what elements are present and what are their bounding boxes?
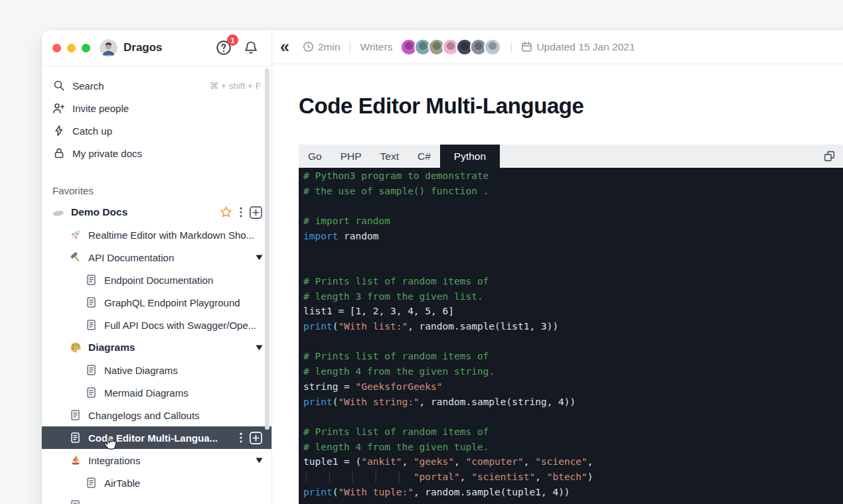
code-line: list1 = [1, 2, 3, 4, 5, 6] [303,304,843,319]
sidebar-doc-api-documentation[interactable]: API Documentation [42,246,271,269]
tab-go[interactable]: Go [299,145,331,168]
tree-item-label: Integrations [88,455,140,466]
minimize-window-button[interactable] [67,44,76,52]
code-segment-str: "computer" [465,456,523,467]
code-segment-com: # Prints list of random items of [303,276,489,286]
window-controls [52,44,90,52]
code-line: │ │ │ │ │ "portal", "scientist", "btech"… [303,470,843,485]
code-segment-plain: ) [587,472,593,482]
sidebar-item-invite-people[interactable]: Invite people [42,97,271,119]
kebab-menu-icon[interactable] [239,432,243,444]
writers-avatars [400,38,501,56]
nav-item-label: Invite people [72,103,129,114]
row-actions [219,206,263,220]
tab-php[interactable]: PHP [331,145,371,168]
search-icon [52,80,65,92]
code-segment-str: "With list:" [338,321,408,332]
lightning-icon [52,125,65,137]
collapse-arrow-icon[interactable] [256,255,263,261]
code-line: # Prints list of random items of [303,274,843,289]
code-line: import random [303,229,843,244]
sidebar-doc-full-api-docs-with-swagger-ope[interactable]: Full API Docs with Swagger/Ope... [42,314,271,336]
code-line: tuple1 = ("ankit", "geeks", "computer", … [303,454,843,470]
code-line: # Prints list of random items of [303,349,843,364]
tree-item-label: Endpoint Documentation [104,275,213,286]
writers-label: Writers [360,41,393,53]
sidebar: Dragos 1 Search⌘ + shift + FInvite peopl… [42,30,272,504]
tab-c[interactable]: C# [408,145,440,168]
collapse-arrow-icon[interactable] [256,345,263,351]
add-page-icon[interactable] [249,206,263,220]
kebab-menu-icon[interactable] [239,206,243,218]
collapse-sidebar-button[interactable]: « [277,38,292,55]
document-icon [85,319,98,332]
sidebar-doc-partial[interactable] [42,494,271,504]
code-segment-plain: random [338,231,378,241]
code-line: # length 4 from the given string. [303,364,843,379]
code-segment-com: # Prints list of random items of [303,351,489,361]
code-editor: # Python3 program to demonstrate# the us… [299,168,843,504]
tree-item-label: Realtime Editor with Markdown Sho... [88,229,254,241]
sidebar-doc-mermaid-diagrams[interactable]: Mermaid Diagrams [42,381,271,404]
nav-item-label: Search [72,80,104,92]
code-segment-plain: string = [303,381,356,392]
collapse-arrow-icon[interactable] [256,458,263,464]
sidebar-doc-code-editor-multi-langua[interactable]: Code Editor Multi-Langua... [42,426,271,449]
read-time: 2min [318,41,341,53]
sidebar-doc-graphql-endpoint-playground[interactable]: GraphQL Endpoint Playground [42,291,271,314]
tree-item-label: Full API Docs with Swagger/Ope... [104,320,256,331]
document-icon [69,409,82,422]
page-title: Code Editor Multi-Language [299,94,843,119]
rocket-icon [69,229,82,241]
help-button[interactable]: 1 [216,40,232,56]
sidebar-doc-endpoint-documentation[interactable]: Endpoint Documentation [42,269,271,291]
code-segment-kw: import [303,231,338,241]
code-segment-kw: print [303,487,333,497]
code-segment-plain: , [524,456,535,467]
tree-item-label: GraphQL Endpoint Playground [104,297,240,308]
code-segment-plain: , random.sample(string, 4)) [420,397,576,407]
code-line: # the use of sample() function . [303,184,843,199]
code-segment-str: "portal" [414,472,460,482]
sidebar-doc-demo-docs[interactable]: Demo Docs [42,201,271,223]
nav-item-label: Catch up [72,125,112,137]
code-line: # import random [303,214,843,229]
code-segment-com: # Python3 program to demonstrate [303,170,489,181]
sidebar-nav: Search⌘ + shift + FInvite peopleCatch up… [42,74,271,164]
ufo-icon [52,206,64,219]
code-segment-plain: , [402,456,413,467]
code-segment-str: "science" [535,456,587,467]
add-page-icon[interactable] [249,431,263,445]
code-line: # length 4 from the given tuple. [303,440,843,455]
tab-python[interactable]: Python [440,145,500,168]
bell-icon[interactable] [244,40,258,55]
sidebar-scrollbar[interactable] [265,68,269,430]
sidebar-doc-changelogs-and-callouts[interactable]: Changelogs and Callouts [42,404,271,426]
sidebar-doc-native-diagrams[interactable]: Native Diagrams [42,359,271,381]
tree-item-label: API Documentation [88,252,174,263]
code-segment-str: "With string:" [338,397,419,407]
copy-code-button[interactable] [823,150,836,162]
user-avatar[interactable] [100,39,117,57]
sidebar-item-my-private-docs[interactable]: My private docs [42,142,271,164]
zoom-window-button[interactable] [82,44,90,52]
sidebar-doc-airtable[interactable]: AirTable [42,472,271,494]
sidebar-doc-diagrams[interactable]: Diagrams [42,336,271,359]
sidebar-doc-integrations[interactable]: Integrations [42,449,271,472]
tree-item-label: AirTable [104,477,140,489]
sidebar-item-search[interactable]: Search⌘ + shift + F [42,74,271,97]
document-icon [85,364,98,377]
code-segment-kw: print [303,397,333,407]
favorite-star-icon[interactable] [219,206,233,219]
code-segment-plain: , [535,472,546,482]
code-segment-plain: , [454,456,465,467]
keyboard-shortcut: ⌘ + shift + F [210,80,261,91]
nav-item-label: My private docs [72,148,142,159]
tab-text[interactable]: Text [371,145,408,168]
lock-icon [52,147,65,160]
sidebar-doc-realtime-editor-with-markdown-sho[interactable]: Realtime Editor with Markdown Sho... [42,223,271,246]
close-window-button[interactable] [52,44,61,52]
document-topbar: « 2min | Writers | Updated 15 Jan 2021 [272,30,843,64]
writer-avatar[interactable] [484,38,501,56]
sidebar-item-catch-up[interactable]: Catch up [42,119,271,142]
